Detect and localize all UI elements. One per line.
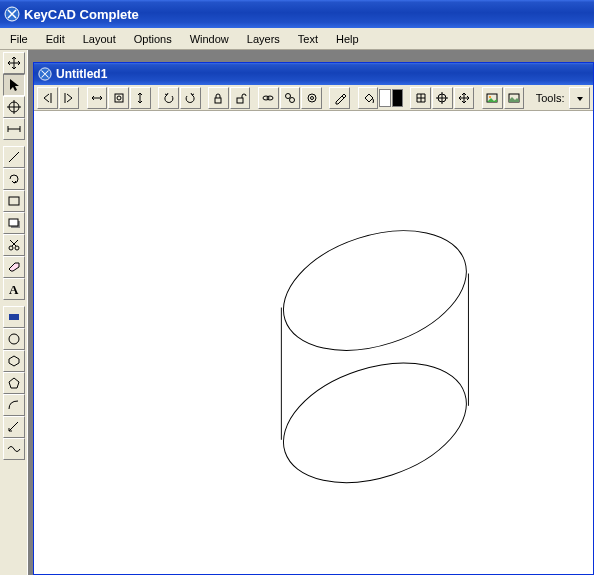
shape-measure[interactable] (3, 416, 25, 438)
svg-text:A: A (9, 282, 19, 297)
fit-both-button[interactable] (108, 87, 129, 109)
svg-rect-16 (115, 94, 123, 102)
ring-button[interactable] (301, 87, 322, 109)
scroll-right-button[interactable] (59, 87, 80, 109)
svg-point-7 (15, 246, 19, 250)
svg-rect-3 (9, 197, 19, 205)
svg-marker-12 (9, 378, 19, 388)
doc-icon (38, 67, 52, 81)
app-titlebar: KeyCAD Complete (0, 0, 594, 28)
chain-button[interactable] (280, 87, 301, 109)
color-white[interactable] (379, 89, 390, 107)
fit-height-button[interactable] (130, 87, 151, 109)
rotate-right-button[interactable] (180, 87, 201, 109)
tool-text[interactable]: A (3, 278, 25, 300)
eyedropper-button[interactable] (329, 87, 350, 109)
svg-point-17 (117, 96, 121, 100)
color-black[interactable] (392, 89, 403, 107)
rotate-left-button[interactable] (158, 87, 179, 109)
shape-hexagon[interactable] (3, 350, 25, 372)
menu-layout[interactable]: Layout (75, 31, 124, 47)
svg-rect-19 (237, 98, 243, 103)
svg-point-10 (9, 334, 19, 344)
app-title: KeyCAD Complete (24, 7, 139, 22)
svg-rect-9 (9, 314, 19, 320)
tools-label: Tools: (532, 92, 569, 104)
shape-wave[interactable] (3, 438, 25, 460)
main-area: A (0, 50, 594, 575)
drawing-canvas[interactable] (34, 111, 593, 574)
svg-point-28 (489, 96, 491, 98)
link-button[interactable] (258, 87, 279, 109)
tool-registration[interactable] (3, 96, 25, 118)
tool-circle-arrow[interactable] (3, 168, 25, 190)
document-toolbar: Tools: (34, 85, 593, 111)
tools-dropdown-button[interactable] (569, 87, 590, 109)
shape-polygon[interactable] (3, 372, 25, 394)
app-icon (4, 6, 20, 22)
svg-point-21 (267, 96, 273, 100)
tool-rect-shadow[interactable] (3, 212, 25, 234)
document-titlebar[interactable]: Untitled1 (34, 63, 593, 85)
menu-file[interactable]: File (2, 31, 36, 47)
tool-line[interactable] (3, 146, 25, 168)
fill-bucket-button[interactable] (358, 87, 379, 109)
svg-point-23 (289, 97, 294, 102)
lock-button[interactable] (208, 87, 229, 109)
landscape-button[interactable] (504, 87, 525, 109)
move-all-button[interactable] (454, 87, 475, 109)
menu-help[interactable]: Help (328, 31, 367, 47)
menu-window[interactable]: Window (182, 31, 237, 47)
crosshair-button[interactable] (432, 87, 453, 109)
image-button[interactable] (482, 87, 503, 109)
fit-width-button[interactable] (87, 87, 108, 109)
svg-rect-5 (9, 219, 18, 226)
svg-rect-18 (215, 98, 221, 103)
svg-point-24 (308, 94, 316, 102)
svg-point-22 (285, 93, 290, 98)
svg-point-25 (310, 96, 313, 99)
svg-line-2 (9, 152, 19, 162)
left-toolbar: A (0, 50, 28, 575)
menu-edit[interactable]: Edit (38, 31, 73, 47)
unlock-button[interactable] (230, 87, 251, 109)
grid-button[interactable] (410, 87, 431, 109)
document-title: Untitled1 (56, 67, 107, 81)
tool-divider-h[interactable] (3, 118, 25, 140)
menu-layers[interactable]: Layers (239, 31, 288, 47)
document-window: Untitled1 (33, 62, 594, 575)
svg-point-31 (268, 341, 482, 504)
cylinder-shape (34, 111, 593, 574)
tool-eraser[interactable] (3, 256, 25, 278)
menu-options[interactable]: Options (126, 31, 180, 47)
svg-point-30 (268, 209, 482, 372)
document-area: Untitled1 (28, 50, 594, 575)
shape-circle[interactable] (3, 328, 25, 350)
menubar: File Edit Layout Options Window Layers T… (0, 28, 594, 50)
shape-rect-filled[interactable] (3, 306, 25, 328)
scroll-left-button[interactable] (37, 87, 58, 109)
tool-cursor-move[interactable] (3, 52, 25, 74)
shape-arc[interactable] (3, 394, 25, 416)
tool-scissors[interactable] (3, 234, 25, 256)
tool-rect[interactable] (3, 190, 25, 212)
menu-text[interactable]: Text (290, 31, 326, 47)
svg-marker-11 (9, 356, 19, 366)
svg-point-6 (9, 246, 13, 250)
tool-pointer[interactable] (3, 74, 25, 96)
